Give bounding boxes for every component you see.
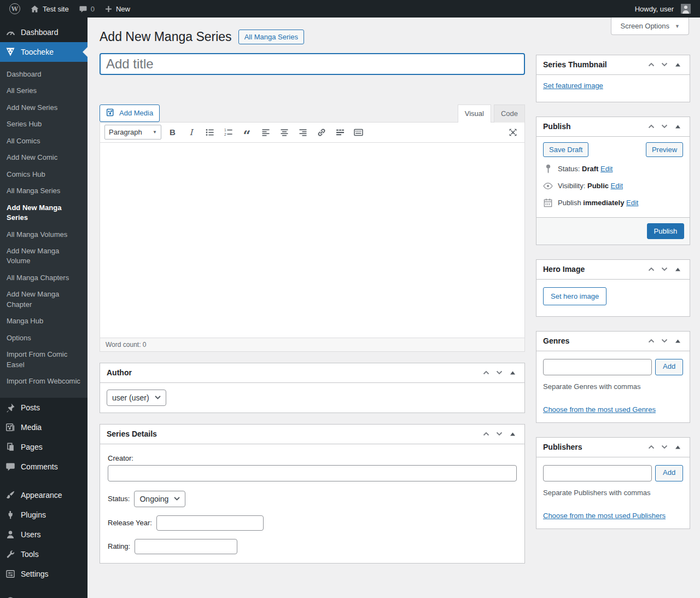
align-right-button[interactable] [295,125,310,140]
toggle-panel-button[interactable] [672,442,683,452]
sidebar-item-settings[interactable]: Settings [0,564,88,584]
collapse-menu-button[interactable]: Collapse Menu [0,591,88,598]
release-year-input[interactable] [156,515,264,531]
tab-visual[interactable]: Visual [458,104,491,123]
submenu-all-manga-series[interactable]: All Manga Series [0,183,88,199]
sidebar-item-tools[interactable]: Tools [0,544,88,564]
set-featured-image-link[interactable]: Set featured image [543,82,603,90]
submenu-all-manga-volumes[interactable]: All Manga Volumes [0,227,88,243]
move-down-button[interactable] [659,335,670,346]
choose-publishers-link[interactable]: Choose from the most used Publishers [543,512,666,520]
move-down-button[interactable] [659,264,670,275]
creator-input[interactable] [108,465,517,481]
move-up-button[interactable] [481,367,492,378]
editor-content-area[interactable] [100,143,524,338]
submenu-all-comics[interactable]: All Comics [0,133,88,149]
read-more-button[interactable] [332,125,347,140]
series-thumbnail-header[interactable]: Series Thumbnail [536,55,690,75]
submenu-add-new-manga-volume[interactable]: Add New Manga Volume [0,243,88,270]
sidebar-item-comments[interactable]: Comments [0,457,88,477]
genres-input[interactable] [543,359,652,375]
sidebar-item-plugins[interactable]: Plugins [0,505,88,525]
site-name-link[interactable]: Test site [25,0,74,18]
toolbar-toggle-button[interactable] [351,125,366,140]
italic-button[interactable]: I [184,125,199,140]
numbered-list-button[interactable]: 12 [221,125,236,140]
bullet-list-button[interactable] [202,125,217,140]
move-up-button[interactable] [646,121,657,132]
edit-status-link[interactable]: Edit [600,165,612,173]
submenu-add-new-manga-chapter[interactable]: Add New Manga Chapter [0,286,88,313]
publish-header[interactable]: Publish [536,117,690,137]
fullscreen-icon[interactable] [505,125,520,140]
add-media-button[interactable]: Add Media [100,104,160,122]
toggle-panel-button[interactable] [672,335,683,346]
link-button[interactable] [314,125,329,140]
toggle-panel-button[interactable] [507,367,518,378]
hero-image-header[interactable]: Hero Image [536,260,690,280]
author-select[interactable]: user (user) [107,390,166,406]
move-up-button[interactable] [646,59,657,70]
toggle-panel-button[interactable] [672,59,683,70]
move-down-button[interactable] [659,59,670,70]
submenu-import-webcomic[interactable]: Import From Webcomic [0,373,88,390]
move-up-button[interactable] [646,335,657,346]
tab-code[interactable]: Code [494,104,525,123]
add-publisher-button[interactable]: Add [655,465,683,481]
submenu-dashboard[interactable]: Dashboard [0,66,88,83]
move-down-button[interactable] [659,121,670,132]
toggle-panel-button[interactable] [507,428,518,439]
submenu-all-manga-chapters[interactable]: All Manga Chapters [0,270,88,286]
title-input[interactable] [100,53,525,75]
submenu-options[interactable]: Options [0,330,88,346]
edit-publish-date-link[interactable]: Edit [626,199,638,207]
my-account-link[interactable]: Howdy, user [630,0,696,18]
submenu-comics-hub[interactable]: Comics Hub [0,166,88,183]
paragraph-format-select[interactable]: Paragraph ▼ [104,125,161,140]
move-up-button[interactable] [646,264,657,275]
move-up-button[interactable] [646,442,657,452]
edit-visibility-link[interactable]: Edit [611,182,623,190]
wordpress-menu[interactable]: W [4,0,25,18]
submenu-import-comic-easel[interactable]: Import From Comic Easel [0,346,88,373]
sidebar-item-toocheke[interactable]: Toocheke [0,42,88,62]
series-details-header[interactable]: Series Details [100,425,524,444]
author-box-header[interactable]: Author [100,363,524,383]
move-down-button[interactable] [494,367,505,378]
sidebar-item-media[interactable]: Media [0,417,88,437]
publish-button[interactable]: Publish [647,223,685,239]
move-down-button[interactable] [659,442,670,452]
sidebar-item-dashboard[interactable]: Dashboard [0,22,88,42]
rating-input[interactable] [135,539,237,554]
submenu-add-new-comic[interactable]: Add New Comic [0,149,88,166]
sidebar-item-users[interactable]: Users [0,525,88,544]
sidebar-item-posts[interactable]: Posts [0,398,88,417]
comments-link[interactable]: 0 [74,0,100,18]
move-up-button[interactable] [481,428,492,439]
genres-header[interactable]: Genres [536,332,690,351]
move-down-button[interactable] [494,428,505,439]
new-content-link[interactable]: New [100,0,135,18]
publishers-header[interactable]: Publishers [536,438,690,457]
align-center-button[interactable] [277,125,291,140]
all-manga-series-button[interactable]: All Manga Series [238,30,304,44]
save-draft-button[interactable]: Save Draft [543,142,588,157]
toggle-panel-button[interactable] [672,121,683,132]
set-hero-image-button[interactable]: Set hero image [543,287,606,305]
submenu-manga-hub[interactable]: Manga Hub [0,313,88,329]
add-genre-button[interactable]: Add [655,359,683,375]
submenu-series-hub[interactable]: Series Hub [0,116,88,132]
submenu-add-new-manga-series[interactable]: Add New Manga Series [0,200,88,227]
choose-genres-link[interactable]: Choose from the most used Genres [543,405,656,414]
blockquote-button[interactable]: “ [240,125,254,140]
preview-button[interactable]: Preview [646,142,683,157]
status-select[interactable]: Ongoing [134,491,185,507]
screen-options-tab[interactable]: Screen Options ▼ [611,18,689,35]
sidebar-item-appearance[interactable]: Appearance [0,485,88,505]
bold-button[interactable]: B [165,125,180,140]
submenu-all-series[interactable]: All Series [0,83,88,99]
sidebar-item-pages[interactable]: Pages [0,437,88,457]
align-left-button[interactable] [258,125,273,140]
toggle-panel-button[interactable] [672,264,683,275]
publishers-input[interactable] [543,465,652,481]
